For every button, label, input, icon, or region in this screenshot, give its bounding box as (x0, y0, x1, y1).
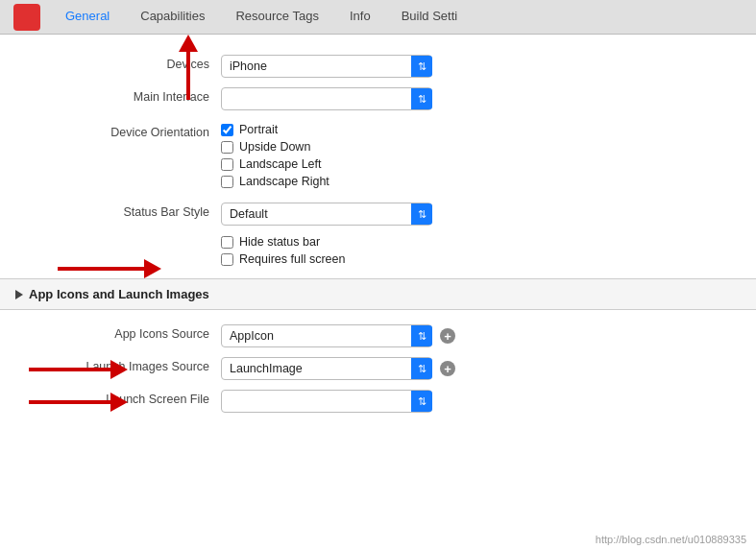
orientation-checkboxes: Portrait Upside Down Landscape Left Land… (221, 123, 528, 188)
watermark: http://blog.csdn.net/u010889335 (596, 534, 746, 545)
hide-status-bar-row: Hide status bar Requires full screen (0, 230, 756, 271)
app-logo (10, 0, 50, 35)
devices-row: Devices iPhone iPad Universal ⇅ (0, 50, 756, 83)
tab-info[interactable]: Info (334, 1, 386, 33)
app-icons-form-section: App Icons Source AppIcon ⇅ + (0, 310, 756, 425)
requires-full-screen-row: Requires full screen (221, 252, 528, 266)
app-icons-add-button[interactable]: + (440, 328, 455, 344)
launch-screen-container: Launch Screen File ⇅ (0, 385, 756, 418)
app-icons-source-row: App Icons Source AppIcon ⇅ + (0, 320, 756, 352)
devices-control: iPhone iPad Universal ⇅ (221, 55, 528, 78)
upside-down-label: Upside Down (239, 140, 310, 154)
triangle-collapse-icon[interactable] (15, 290, 23, 299)
status-bar-select[interactable]: Default Light Content (221, 203, 432, 226)
app-icons-select[interactable]: AppIcon (221, 324, 432, 347)
main-interface-select-wrap[interactable]: ⇅ (221, 87, 432, 110)
status-bar-style-control: Default Light Content ⇅ (221, 203, 528, 226)
tab-capabilities[interactable]: Capabilities (125, 1, 220, 33)
launch-screen-select-wrap[interactable]: ⇅ (221, 390, 432, 413)
tab-general[interactable]: General (50, 1, 125, 33)
launch-images-source-control: LaunchImage ⇅ + (221, 357, 528, 380)
launch-images-select-wrap[interactable]: LaunchImage ⇅ (221, 357, 432, 380)
main-interface-control: ⇅ (221, 87, 528, 110)
landscape-right-row: Landscape Right (221, 175, 528, 188)
launch-images-add-button[interactable]: + (440, 361, 455, 376)
devices-select-wrap[interactable]: iPhone iPad Universal ⇅ (221, 55, 432, 78)
landscape-left-checkbox[interactable] (221, 158, 233, 171)
launch-images-source-row: Launch Images Source LaunchImage ⇅ + (0, 352, 756, 385)
launch-screen-file-control: ⇅ (221, 390, 528, 413)
general-form-section: Devices iPhone iPad Universal ⇅ Main Int… (0, 35, 756, 278)
status-bar-select-wrap[interactable]: Default Light Content ⇅ (221, 203, 432, 226)
landscape-right-label: Landscape Right (239, 175, 329, 188)
app-icons-source-control: AppIcon ⇅ + (221, 324, 528, 347)
devices-select[interactable]: iPhone iPad Universal (221, 55, 432, 78)
devices-label: Devices (0, 55, 221, 71)
launch-images-container: Launch Images Source LaunchImage ⇅ + (0, 352, 756, 385)
device-orientation-row: Device Orientation Portrait Upside Down … (0, 115, 756, 193)
tab-bar: General Capabilities Resource Tags Info … (0, 0, 756, 35)
upside-down-checkbox[interactable] (221, 141, 233, 154)
status-bar-style-label: Status Bar Style (0, 203, 221, 219)
tab-build-settings[interactable]: Build Setti (386, 1, 474, 33)
tab-resource-tags[interactable]: Resource Tags (220, 1, 333, 33)
requires-full-screen-label: Requires full screen (239, 252, 345, 266)
hide-status-bar-checkbox-row: Hide status bar (221, 235, 528, 249)
main-interface-row: Main Interface ⇅ (0, 83, 756, 115)
device-orientation-label: Device Orientation (0, 123, 221, 139)
launch-images-source-label: Launch Images Source (0, 357, 221, 373)
portrait-checkbox[interactable] (221, 124, 233, 136)
logo-box (13, 4, 40, 31)
hide-status-bar-checkbox[interactable] (221, 236, 233, 249)
app-icons-section-header: App Icons and Launch Images (0, 278, 756, 310)
content-area: Devices iPhone iPad Universal ⇅ Main Int… (0, 35, 756, 549)
hide-status-bar-label: Hide status bar (239, 235, 320, 249)
status-bar-style-row: Status Bar Style Default Light Content ⇅ (0, 193, 756, 230)
upside-down-row: Upside Down (221, 140, 528, 154)
hide-status-bar-group: Hide status bar Requires full screen (221, 235, 528, 266)
launch-screen-file-label: Launch Screen File (0, 390, 221, 406)
main-interface-label: Main Interface (0, 87, 221, 104)
landscape-left-label: Landscape Left (239, 157, 322, 171)
main-interface-select[interactable] (221, 87, 432, 110)
app-icons-section-title: App Icons and Launch Images (29, 287, 209, 301)
app-icons-source-label: App Icons Source (0, 324, 221, 341)
launch-images-select[interactable]: LaunchImage (221, 357, 432, 380)
app-icons-select-wrap[interactable]: AppIcon ⇅ (221, 324, 432, 347)
portrait-row: Portrait (221, 123, 528, 136)
launch-screen-select[interactable] (221, 390, 432, 413)
landscape-right-checkbox[interactable] (221, 176, 233, 188)
requires-full-screen-checkbox[interactable] (221, 253, 233, 266)
launch-screen-file-row: Launch Screen File ⇅ (0, 385, 756, 418)
landscape-left-row: Landscape Left (221, 157, 528, 171)
portrait-label: Portrait (239, 123, 278, 136)
